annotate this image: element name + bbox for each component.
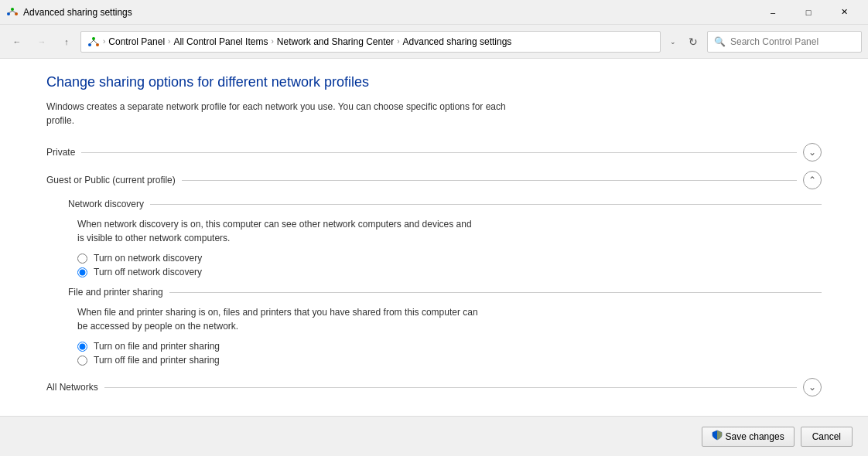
breadcrumb-bar: › Control Panel › All Control Panel Item…: [80, 31, 661, 53]
fps-off-radio[interactable]: [77, 356, 87, 366]
search-bar: 🔍: [707, 31, 862, 53]
fps-on-label: Turn on file and printer sharing: [94, 341, 220, 352]
minimize-button[interactable]: –: [755, 0, 791, 25]
main-content: Change sharing options for different net…: [0, 59, 868, 416]
guest-public-section-header[interactable]: Guest or Public (current profile) ⌃: [46, 171, 822, 189]
maximize-button[interactable]: □: [791, 0, 826, 25]
guest-public-section-line: [182, 180, 797, 181]
save-changes-label: Save changes: [726, 431, 784, 442]
up-button[interactable]: ↑: [56, 31, 77, 53]
network-discovery-label: Network discovery: [68, 199, 144, 209]
network-discovery-description: When network discovery is on, this compu…: [77, 217, 480, 245]
all-networks-toggle-button[interactable]: ⌄: [803, 378, 822, 396]
shield-icon: [712, 430, 723, 443]
file-printer-description: When file and printer sharing is on, fil…: [77, 305, 480, 333]
file-printer-label: File and printer sharing: [68, 287, 163, 298]
svg-line-9: [94, 40, 97, 44]
close-button[interactable]: ✕: [826, 0, 862, 25]
sep2: ›: [168, 37, 170, 46]
search-input[interactable]: [730, 36, 855, 47]
save-changes-button[interactable]: Save changes: [702, 427, 795, 447]
back-button[interactable]: ←: [6, 31, 28, 53]
file-printer-radio-group: Turn on file and printer sharing Turn of…: [77, 341, 822, 366]
app-icon: [6, 6, 19, 19]
title-bar: Advanced sharing settings – □ ✕: [0, 0, 868, 25]
breadcrumb-advanced-sharing[interactable]: Advanced sharing settings: [403, 36, 512, 47]
guest-public-toggle-button[interactable]: ⌃: [803, 171, 822, 189]
svg-line-3: [9, 11, 12, 13]
breadcrumb-control-panel[interactable]: Control Panel: [108, 36, 165, 47]
window-title: Advanced sharing settings: [23, 7, 132, 18]
file-printer-line: [169, 292, 822, 293]
breadcrumb-network-sharing[interactable]: Network and Sharing Center: [277, 36, 394, 47]
guest-public-section-content: Network discovery When network discovery…: [68, 199, 822, 366]
footer: Save changes Cancel: [0, 416, 868, 456]
svg-line-4: [12, 11, 16, 13]
guest-public-section-label: Guest or Public (current profile): [46, 175, 176, 185]
private-toggle-button[interactable]: ⌄: [803, 143, 822, 162]
sep4: ›: [397, 37, 399, 46]
sep1: ›: [103, 37, 105, 46]
nd-off-option[interactable]: Turn off network discovery: [77, 267, 822, 277]
search-icon: 🔍: [714, 36, 726, 47]
window-controls: – □ ✕: [755, 0, 862, 25]
page-title: Change sharing options for different net…: [46, 74, 822, 90]
private-section-header[interactable]: Private ⌄: [46, 143, 822, 162]
fps-off-label: Turn off file and printer sharing: [94, 355, 220, 366]
nd-on-label: Turn on network discovery: [94, 253, 202, 264]
breadcrumb-dropdown-button[interactable]: ⌄: [667, 31, 679, 53]
breadcrumb-all-items[interactable]: All Control Panel Items: [173, 36, 268, 47]
all-networks-section-line: [104, 387, 797, 388]
fps-on-radio[interactable]: [77, 342, 87, 352]
private-section-line: [81, 152, 797, 153]
network-discovery-radio-group: Turn on network discovery Turn off netwo…: [77, 253, 822, 277]
svg-point-5: [92, 37, 95, 40]
fps-off-option[interactable]: Turn off file and printer sharing: [77, 355, 822, 366]
all-networks-section-header[interactable]: All Networks ⌄: [46, 378, 822, 396]
nd-off-radio[interactable]: [77, 267, 87, 277]
svg-point-0: [11, 8, 14, 11]
nd-on-option[interactable]: Turn on network discovery: [77, 253, 822, 264]
all-networks-section-label: All Networks: [46, 382, 98, 393]
breadcrumb-network-icon: [87, 36, 100, 48]
forward-button[interactable]: →: [31, 31, 53, 53]
nd-off-label: Turn off network discovery: [94, 267, 202, 277]
address-bar: ← → ↑ › Control Panel › All Control Pane…: [0, 25, 868, 59]
nd-on-radio[interactable]: [77, 254, 87, 264]
file-printer-header: File and printer sharing: [68, 287, 822, 298]
cancel-button[interactable]: Cancel: [801, 427, 853, 447]
svg-line-8: [90, 40, 94, 44]
page-description: Windows creates a separate network profi…: [46, 100, 511, 128]
network-discovery-line: [150, 204, 822, 205]
refresh-button[interactable]: ↻: [682, 31, 704, 53]
network-discovery-header: Network discovery: [68, 199, 822, 209]
sep3: ›: [271, 37, 273, 46]
fps-on-option[interactable]: Turn on file and printer sharing: [77, 341, 822, 352]
private-section-label: Private: [46, 147, 75, 158]
